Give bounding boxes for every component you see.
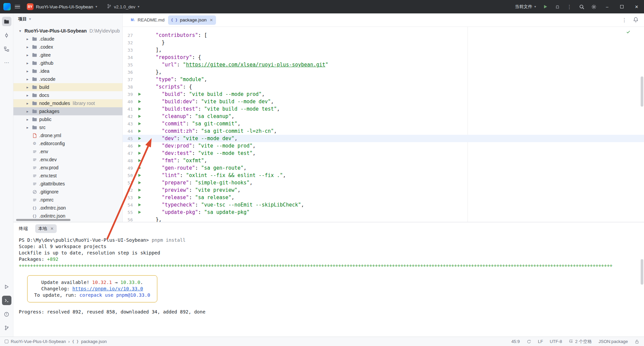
tree-item-.codex[interactable]: ▸.codex	[13, 43, 122, 51]
window-close-button[interactable]: ✕	[629, 0, 644, 13]
run-script-icon[interactable]	[136, 195, 144, 199]
close-tab-icon[interactable]: ✕	[210, 18, 213, 22]
code-line-44[interactable]: 44 "commit:zh": "sa git-commit -l=zh-cn"…	[123, 127, 644, 135]
code-line-47[interactable]: 47 "dev:test": "vite --mode test",	[123, 150, 644, 157]
breadcrumb-project[interactable]: RuoYi-Vue-Plus-UI-Soybean	[11, 339, 66, 344]
tree-item-public[interactable]: ▸public	[13, 115, 122, 123]
run-script-icon[interactable]	[136, 188, 144, 192]
chevron-right-icon[interactable]: ▸	[25, 109, 30, 114]
indent-widget[interactable]: 2 个空格	[569, 339, 592, 345]
debug-button[interactable]	[551, 0, 564, 13]
tree-item-.claude[interactable]: ▸.claude	[13, 35, 122, 43]
project-selector[interactable]: RY RuoYi-Vue-Plus-UI-Soybean ▾	[24, 2, 100, 12]
tree-item-.editorconfig[interactable]: ⚙.editorconfig	[13, 139, 122, 148]
code-line-41[interactable]: 41 "build:test": "vite build --mode test…	[123, 105, 644, 113]
editor-options-icon[interactable]: ⋮	[622, 17, 627, 23]
tree-item-root[interactable]: ▾ RuoYi-Vue-Plus-UI-Soybean D:\My\dev\pu…	[13, 27, 122, 35]
chevron-right-icon[interactable]: ▸	[25, 85, 30, 90]
run-script-icon[interactable]	[136, 129, 144, 133]
code-line-55[interactable]: 55 "update-pkg": "sa update-pkg"	[123, 209, 644, 216]
run-script-icon[interactable]	[136, 203, 144, 207]
structure-tool-window-icon[interactable]	[2, 44, 11, 54]
terminal-tool-window-icon[interactable]	[2, 296, 11, 305]
tree-item-node_modules[interactable]: ▸node_moduleslibrary root	[13, 99, 122, 107]
tab-package-json[interactable]: { } package.json ✕	[168, 15, 216, 25]
project-panel-header[interactable]: 项目 ▾	[13, 13, 122, 25]
code-line-52[interactable]: 52 "preview": "vite preview",	[123, 186, 644, 194]
more-tool-windows-icon[interactable]: ⋯	[2, 58, 11, 67]
tree-item-src[interactable]: ▸src	[13, 123, 122, 131]
chevron-right-icon[interactable]: ▸	[25, 53, 30, 57]
chevron-right-icon[interactable]: ▸	[25, 125, 30, 130]
chevron-right-icon[interactable]: ▸	[25, 45, 30, 49]
git-tool-window-icon[interactable]	[2, 323, 11, 333]
tree-item-.env.test[interactable]: .env.test	[13, 172, 122, 180]
run-script-icon[interactable]	[136, 122, 144, 126]
tree-item-.gitignore[interactable]: .gitignore	[13, 188, 122, 196]
close-terminal-tab-icon[interactable]: ✕	[50, 226, 54, 231]
chevron-right-icon[interactable]: ▸	[25, 117, 30, 122]
run-script-icon[interactable]	[136, 166, 144, 170]
run-config-selector[interactable]: 当前文件 ▾	[512, 4, 539, 10]
chevron-right-icon[interactable]: ▸	[25, 77, 30, 81]
line-ending-widget[interactable]: LF	[538, 339, 543, 344]
code-line-48[interactable]: 48 "fmt": "oxfmt",	[123, 157, 644, 164]
tree-item-.github[interactable]: ▸.github	[13, 59, 122, 67]
code-line-38[interactable]: 38 "scripts": {	[123, 83, 644, 91]
code-line-43[interactable]: 43 "commit": "sa git-commit",	[123, 120, 644, 127]
tree-item-.env.dev[interactable]: .env.dev	[13, 156, 122, 164]
code-line-49[interactable]: 49 "gen-route": "sa gen-route",	[123, 164, 644, 172]
problems-tool-window-icon[interactable]	[2, 309, 11, 319]
run-tool-window-icon[interactable]	[2, 282, 11, 291]
code-line-35[interactable]: 35 "url": "https://gitee.com/xlsea/ruoyi…	[123, 61, 644, 68]
chevron-right-icon[interactable]: ▸	[25, 69, 30, 73]
run-script-icon[interactable]	[136, 114, 144, 118]
tree-item-.gitee[interactable]: ▸.gitee	[13, 51, 122, 59]
code-line-33[interactable]: 33 ],	[123, 46, 644, 54]
tab-readme[interactable]: M↓ README.md	[127, 13, 168, 27]
code-line-53[interactable]: 53 "release": "sa release",	[123, 194, 644, 201]
search-everywhere-icon[interactable]	[576, 0, 588, 13]
run-script-icon[interactable]	[136, 159, 144, 163]
tree-item-build[interactable]: ▸build	[13, 83, 122, 91]
tree-item-docs[interactable]: ▸docs	[13, 91, 122, 99]
run-script-icon[interactable]	[136, 136, 144, 140]
code-line-56[interactable]: 56 },	[123, 216, 644, 222]
chevron-right-icon[interactable]: ▸	[25, 93, 30, 98]
window-maximize-button[interactable]	[614, 0, 629, 13]
code-line-46[interactable]: 46 "dev:prod": "vite --mode prod",	[123, 142, 644, 150]
window-minimize-button[interactable]: –	[600, 0, 614, 13]
chevron-right-icon[interactable]: ▸	[25, 101, 30, 106]
tree-item-.env.prod[interactable]: .env.prod	[13, 164, 122, 172]
chevron-right-icon[interactable]: ▸	[25, 61, 30, 65]
tree-item-.npmrc[interactable]: .npmrc	[13, 196, 122, 204]
lock-icon[interactable]	[635, 339, 639, 344]
code-line-45[interactable]: 45 "dev": "vite --mode dev",	[123, 135, 644, 142]
code-line-27[interactable]: 27 "contributors": [	[123, 32, 644, 39]
json-schema-widget[interactable]: JSON:package	[599, 339, 628, 344]
tree-item-.vscode[interactable]: ▸.vscode	[13, 75, 122, 83]
run-script-icon[interactable]	[136, 173, 144, 177]
notifications-bell-icon[interactable]	[633, 17, 639, 23]
tree-item-.idea[interactable]: ▸.idea	[13, 67, 122, 75]
terminal-scrollbar[interactable]	[641, 259, 643, 285]
breadcrumb-file[interactable]: package.json	[81, 339, 107, 344]
terminal-output[interactable]: PS D:\My\dev\public\RuoYi-Vue-Plus-UI-So…	[13, 235, 644, 337]
more-actions-icon[interactable]: ⋮	[564, 0, 576, 13]
tree-item-.oxfmtrc.json[interactable]: {}.oxfmtrc.json	[13, 204, 122, 212]
settings-gear-icon[interactable]	[588, 0, 600, 13]
commit-tool-window-icon[interactable]	[2, 31, 11, 40]
code-line-50[interactable]: 50 "lint": "oxlint --fix && eslint --fix…	[123, 172, 644, 179]
main-menu-icon[interactable]	[15, 5, 20, 9]
project-tool-window-icon[interactable]	[2, 17, 11, 26]
code-line-37[interactable]: 37 "type": "module",	[123, 76, 644, 83]
tree-item-.drone.yml[interactable]: .drone.yml	[13, 131, 122, 139]
sync-icon[interactable]	[527, 339, 531, 344]
run-script-icon[interactable]	[136, 181, 144, 185]
tree-item-.gitattributes[interactable]: .gitattributes	[13, 180, 122, 188]
run-button[interactable]	[539, 0, 551, 13]
code-line-42[interactable]: 42 "cleanup": "sa cleanup",	[123, 113, 644, 120]
code-line-39[interactable]: 39 "build": "vite build --mode prod",	[123, 91, 644, 98]
project-horizontal-scrollbar[interactable]	[16, 219, 70, 221]
encoding-widget[interactable]: UTF-8	[550, 339, 562, 344]
